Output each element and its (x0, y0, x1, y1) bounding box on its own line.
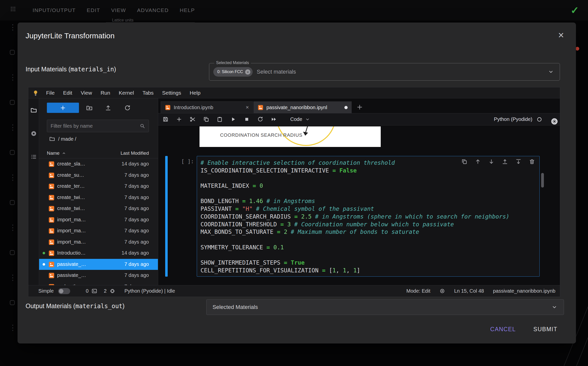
notebook-icon (48, 183, 55, 190)
jl-menu-edit[interactable]: Edit (59, 90, 76, 96)
output-materials-text: Output Materials ( (26, 302, 75, 309)
file-browser-icon[interactable] (30, 107, 37, 114)
chip-remove-icon[interactable]: × (245, 69, 250, 75)
file-name: Introductio… (57, 250, 85, 256)
material-chip[interactable]: 0: Silicon FCC × (213, 67, 253, 77)
insert-cell-below-icon[interactable] (515, 158, 522, 165)
file-row[interactable]: Introductio…14 days ago (39, 248, 158, 259)
restart-kernel-icon[interactable] (257, 116, 263, 122)
success-check-icon: ✓ (570, 5, 579, 16)
output-materials-text-end: ) (123, 302, 125, 309)
file-row[interactable]: create_sla…14 days ago (39, 158, 158, 170)
submit-button[interactable]: SUBMIT (533, 326, 557, 333)
new-launcher-button[interactable] (47, 103, 79, 113)
file-status-dot (43, 163, 45, 165)
dialog-close-icon[interactable]: × (558, 30, 564, 41)
filter-files-input[interactable]: Filter files by name (47, 120, 149, 132)
code-line: MATERIAL_INDEX = 0 (201, 182, 539, 190)
home-folder-icon[interactable] (49, 136, 55, 142)
column-name[interactable]: Name (47, 150, 66, 156)
jl-menu-help[interactable]: Help (185, 90, 205, 96)
stop-icon[interactable] (244, 116, 250, 122)
file-row[interactable]: passivate_…7 days ago (39, 270, 158, 281)
file-modified: 14 days ago (122, 161, 149, 167)
input-materials-label: Input Materials (materials_in) (26, 66, 116, 73)
jupyter-activity-bar (28, 98, 39, 285)
file-row[interactable]: import_ma…7 days ago (39, 237, 158, 248)
jl-menu-kernel[interactable]: Kernel (115, 90, 138, 96)
kernel-indicator[interactable]: Python (Pyodide) (494, 116, 542, 122)
cell-type-select[interactable]: Code (290, 116, 310, 122)
code-cell-editor[interactable]: # Enable interactive selection of coordi… (197, 156, 540, 277)
file-row[interactable]: import_ma…7 days ago (39, 214, 158, 226)
code-line: COORDINATION_THRESHOLD = 3 # Coordinatio… (201, 221, 539, 228)
output-image: COORDINATION SEARCH RADIUS (200, 126, 381, 147)
tab-label: passivate_nanoribbon.ipynl (266, 105, 327, 110)
settings-gear-icon[interactable] (550, 117, 558, 125)
file-modified: 7 days ago (124, 239, 149, 245)
jl-menu-tabs[interactable]: Tabs (138, 90, 158, 96)
tab-passivate-nanoribbon[interactable]: passivate_nanoribbon.ipynl (253, 101, 352, 113)
kernel-count[interactable]: 2 (104, 288, 107, 294)
run-all-icon[interactable] (271, 116, 277, 122)
move-cell-down-icon[interactable] (488, 158, 495, 165)
copy-icon[interactable] (203, 116, 209, 122)
jl-menu-view[interactable]: View (76, 90, 96, 96)
file-row[interactable]: create_twi…7 days ago (39, 192, 158, 203)
output-select-value: Selected Materials (213, 304, 258, 310)
file-name: create_ter… (57, 183, 85, 189)
save-icon[interactable] (162, 116, 169, 122)
run-icon[interactable] (230, 116, 236, 122)
move-cell-up-icon[interactable] (475, 158, 481, 165)
paste-icon[interactable] (217, 116, 223, 122)
jl-menu-run[interactable]: Run (96, 90, 115, 96)
tab-introduction[interactable]: Introduction.ipynb × (161, 101, 253, 113)
notebook-icon (48, 283, 55, 285)
output-caption: COORDINATION SEARCH RADIUS (220, 132, 303, 138)
mode-indicator[interactable]: Mode: Edit (406, 288, 430, 294)
file-row[interactable]: create_ter…7 days ago (39, 181, 158, 192)
output-materials-select[interactable]: Selected Materials (206, 299, 564, 315)
upload-icon[interactable] (105, 105, 112, 111)
terminal-count[interactable]: 0 (86, 288, 88, 294)
terminal-icon (91, 288, 97, 294)
file-row[interactable]: under_the…7 days ago (39, 281, 158, 285)
bulb-icon[interactable] (32, 90, 39, 96)
add-cell-icon[interactable] (176, 116, 182, 122)
notebook-icon (48, 194, 55, 201)
delete-cell-icon[interactable] (529, 158, 535, 165)
jl-menu-file[interactable]: File (42, 90, 59, 96)
kernel-status[interactable]: Python (Pyodide) | Idle (124, 288, 175, 294)
jupyter-statusbar: Simple 0 2 Python (Pyodide) | Idle Mode:… (28, 285, 560, 297)
file-row[interactable]: passivate_…7 days ago (39, 259, 158, 270)
active-cell-indicator[interactable] (165, 156, 168, 277)
duplicate-cell-icon[interactable] (461, 158, 467, 165)
notebook-icon (48, 172, 55, 179)
running-sessions-icon[interactable] (30, 130, 37, 137)
scrollbar-thumb[interactable] (541, 173, 544, 188)
new-tab-icon[interactable] (356, 104, 363, 111)
breadcrumb[interactable]: / made / (49, 136, 76, 142)
statusbar-filename: passivate_nanoribbon.ipynb (493, 288, 555, 294)
refresh-icon[interactable] (124, 105, 131, 111)
kernel-chip-icon (110, 288, 115, 294)
table-of-contents-icon[interactable] (30, 153, 37, 160)
input-materials-code: materials_in (70, 66, 114, 73)
chevron-down-icon[interactable] (548, 69, 554, 75)
insert-cell-above-icon[interactable] (502, 158, 508, 165)
simple-mode-toggle[interactable] (58, 288, 70, 294)
cursor-position[interactable]: Ln 15, Col 48 (454, 288, 484, 294)
cut-icon[interactable] (189, 116, 196, 122)
cancel-button[interactable]: CANCEL (490, 326, 516, 333)
column-last-modified[interactable]: Last Modified (121, 150, 149, 156)
file-row[interactable]: import_ma…7 days ago (39, 225, 158, 237)
selected-materials-select[interactable]: Selected Materials 0: Silicon FCC × Sele… (209, 63, 560, 81)
notebook-icon (48, 228, 55, 234)
file-row[interactable]: create_twi…7 days ago (39, 203, 158, 214)
tab-close-icon[interactable]: × (246, 104, 249, 111)
file-row[interactable]: create_su…7 days ago (39, 170, 158, 181)
filter-placeholder: Filter files by name (51, 123, 140, 129)
code-line: BOND_LENGTH = 1.46 # in Angstroms (201, 197, 539, 205)
jl-menu-settings[interactable]: Settings (158, 90, 185, 96)
new-folder-icon[interactable] (86, 105, 93, 111)
